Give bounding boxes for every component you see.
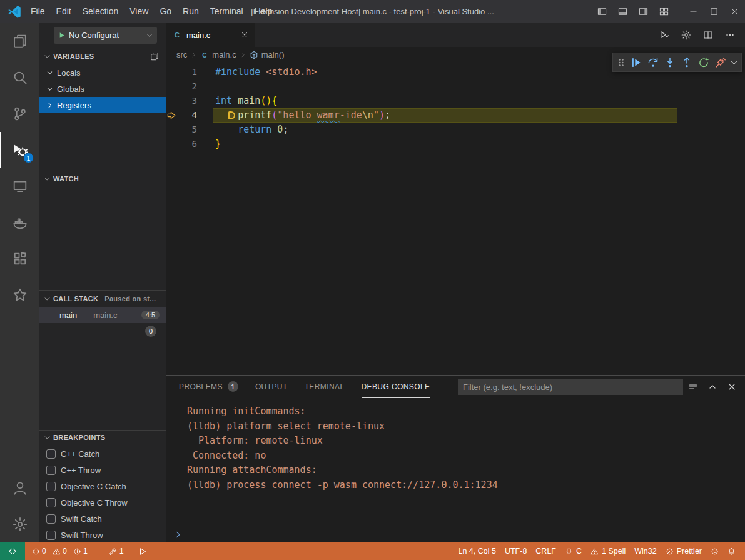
panel-tab-problems[interactable]: PROBLEMS1 <box>179 376 238 398</box>
encoding-status[interactable]: UTF-8 <box>500 542 531 560</box>
close-icon[interactable] <box>727 382 737 392</box>
grip-button[interactable] <box>615 54 627 71</box>
close-button[interactable] <box>724 0 745 23</box>
code-text[interactable]: int main(){ <box>197 94 277 108</box>
split-editor-icon[interactable] <box>703 30 713 40</box>
console-line[interactable]: Running attachCommands: <box>187 463 745 478</box>
console-line[interactable]: Connected: no <box>187 449 745 464</box>
breakpoint-gutter[interactable] <box>166 137 178 151</box>
console-line[interactable]: (lldb) process connect -p wasm connect:/… <box>187 478 745 493</box>
chevron-up-icon[interactable] <box>707 382 717 392</box>
watch-section-header[interactable]: WATCH <box>39 171 166 186</box>
activity-settings[interactable] <box>0 506 39 542</box>
console-line[interactable]: Platform: remote-linux <box>187 434 745 449</box>
breadcrumb-file[interactable]: main.c <box>212 50 236 59</box>
breakpoint-c-catch[interactable]: C++ Catch <box>39 446 166 462</box>
console-output[interactable]: Running initCommands:(lldb) platform sel… <box>166 398 745 526</box>
maximize-button[interactable] <box>704 0 724 23</box>
language-mode-status[interactable]: C <box>560 542 586 560</box>
menu-file[interactable]: File <box>25 0 51 23</box>
variables-item-registers[interactable]: Registers <box>39 97 166 113</box>
breakpoint-checkbox[interactable] <box>46 449 56 459</box>
lines-icon[interactable] <box>688 382 698 392</box>
breakpoint-checkbox[interactable] <box>46 514 56 524</box>
menu-go[interactable]: Go <box>154 0 177 23</box>
panels-icon[interactable] <box>150 52 159 61</box>
breadcrumb-folder[interactable]: src <box>176 50 187 59</box>
breakpoint-checkbox[interactable] <box>46 498 56 508</box>
console-line[interactable]: Running initCommands: <box>187 404 745 419</box>
breakpoint-gutter[interactable] <box>166 79 178 94</box>
activity-wamr-ide[interactable] <box>0 277 39 313</box>
code-line-2[interactable]: 2 <box>166 79 745 94</box>
wrench-status[interactable]: 1 <box>104 542 128 560</box>
breakpoint-gutter[interactable] <box>166 65 178 79</box>
layout-grid-button[interactable] <box>654 0 674 23</box>
debug-status[interactable] <box>134 542 151 560</box>
step-over-button[interactable] <box>644 54 661 71</box>
code-text[interactable]: printf("hello wamr-ide\n"); <box>197 108 390 122</box>
breakpoint-gutter[interactable] <box>166 122 178 137</box>
console-line[interactable]: (lldb) platform select remote-linux <box>187 419 745 434</box>
code-line-5[interactable]: 5 return 0; <box>166 122 745 137</box>
gear-icon[interactable] <box>681 30 691 40</box>
variables-section-header[interactable]: VARIABLES <box>39 49 166 64</box>
problems-status[interactable]: 001 <box>28 542 95 560</box>
remote-indicator[interactable] <box>0 542 25 560</box>
breakpoint-checkbox[interactable] <box>46 466 56 475</box>
prettier-status[interactable]: Prettier <box>661 542 706 560</box>
variables-item-locals[interactable]: Locals <box>39 64 166 81</box>
layout-sidebar-right-button[interactable] <box>633 0 654 23</box>
breakpoint-gutter[interactable] <box>166 108 178 122</box>
code-line-3[interactable]: 3int main(){ <box>166 94 745 108</box>
breakpoint-objective-c-catch[interactable]: Objective C Catch <box>39 478 166 494</box>
activity-docker[interactable] <box>0 204 39 241</box>
menu-edit[interactable]: Edit <box>51 0 77 23</box>
step-out-button[interactable] <box>678 54 695 71</box>
layout-sidebar-button[interactable] <box>592 0 612 23</box>
activity-extensions[interactable] <box>0 241 39 277</box>
code-text[interactable] <box>197 79 215 94</box>
cursor-position-status[interactable]: Ln 4, Col 5 <box>454 542 500 560</box>
chevron-down-button[interactable] <box>729 54 739 71</box>
activity-search[interactable] <box>0 59 39 96</box>
activity-accounts[interactable] <box>0 470 39 506</box>
eol-status[interactable]: CRLF <box>531 542 560 560</box>
code-text[interactable]: #include <stdio.h> <box>197 65 317 79</box>
code-text[interactable]: return 0; <box>197 122 288 137</box>
debug-config-dropdown[interactable]: No Configurat <box>54 27 157 44</box>
menu-view[interactable]: View <box>124 0 154 23</box>
breakpoint-c-throw[interactable]: C++ Throw <box>39 462 166 478</box>
ellipsis-icon[interactable] <box>725 30 735 40</box>
breakpoint-swift-catch[interactable]: Swift Catch <box>39 511 166 527</box>
menu-terminal[interactable]: Terminal <box>205 0 249 23</box>
activity-source-control[interactable] <box>0 96 39 132</box>
breakpoint-objective-c-throw[interactable]: Objective C Throw <box>39 494 166 511</box>
callstack-frame-row[interactable]: main main.c 4:5 <box>39 307 166 323</box>
disconnect-button[interactable] <box>712 54 729 71</box>
console-filter-input[interactable] <box>458 379 683 395</box>
breakpoint-swift-throw[interactable]: Swift Throw <box>39 527 166 542</box>
start-debugging-icon[interactable] <box>58 31 66 39</box>
close-tab-icon[interactable] <box>240 31 249 39</box>
callstack-section-header[interactable]: CALL STACK Paused on st... <box>39 291 166 306</box>
console-input-row[interactable] <box>166 526 745 542</box>
panel-tab-debug-console[interactable]: DEBUG CONSOLE <box>362 376 430 398</box>
breakpoint-checkbox[interactable] <box>46 482 56 491</box>
breakpoint-checkbox[interactable] <box>46 531 56 540</box>
activity-explorer[interactable] <box>0 23 39 59</box>
breadcrumb-symbol[interactable]: main() <box>261 50 285 59</box>
continue-button[interactable] <box>627 54 644 71</box>
menu-run[interactable]: Run <box>177 0 205 23</box>
step-into-button[interactable] <box>661 54 678 71</box>
panel-tab-output[interactable]: OUTPUT <box>255 376 288 398</box>
code-text[interactable]: } <box>197 137 221 151</box>
code-editor[interactable]: 1#include <stdio.h>23int main(){4 printf… <box>166 62 745 375</box>
code-line-4[interactable]: 4 printf("hello wamr-ide\n"); <box>166 108 745 122</box>
feedback-status[interactable] <box>706 542 723 560</box>
platform-status[interactable]: Win32 <box>630 542 661 560</box>
panel-tab-terminal[interactable]: TERMINAL <box>305 376 345 398</box>
breakpoint-gutter[interactable] <box>166 94 178 108</box>
restart-button[interactable] <box>695 54 712 71</box>
minimize-button[interactable] <box>683 0 704 23</box>
